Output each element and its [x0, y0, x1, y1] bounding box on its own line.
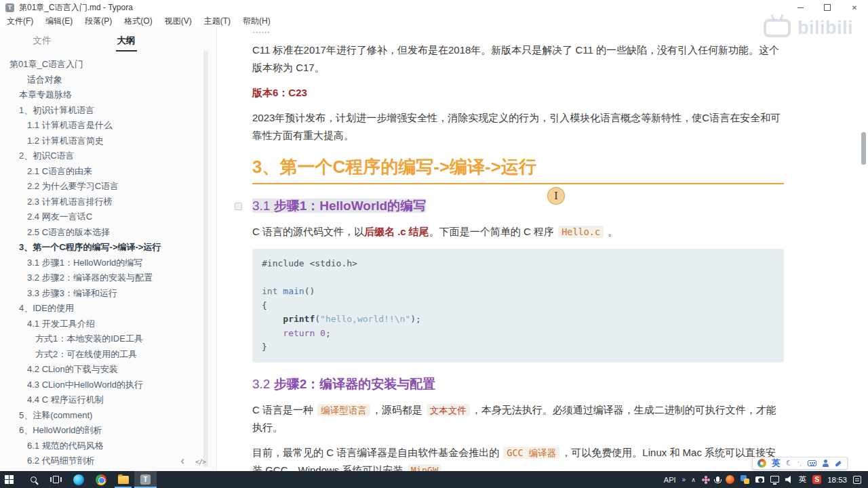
menu-item[interactable]: 文件(F)	[7, 16, 33, 27]
tab-outline[interactable]: 大纲	[84, 30, 168, 47]
inline-code[interactable]: 文本文件	[427, 404, 470, 416]
outline-item[interactable]: 1、初识计算机语言	[0, 103, 216, 119]
text-segment: 。	[443, 464, 456, 472]
inline-code[interactable]: MinGW	[408, 464, 442, 472]
code-token: main	[283, 286, 304, 296]
paragraph[interactable]: 2023年预计发布，计划进一步增强安全性，消除实现定义的行为，引入模块化语言概念…	[252, 109, 784, 144]
search-button[interactable]	[22, 471, 45, 488]
tray-microphone-icon[interactable]	[716, 476, 719, 482]
tray-chevrons-icon[interactable]: »	[682, 476, 686, 483]
paragraph[interactable]: C 语言的源代码文件，以后缀名 .c 结尾。下面是一个简单的 C 程序 Hell…	[252, 223, 784, 241]
outline-item[interactable]: 本章专题脉络	[0, 87, 216, 103]
outline-list: 第01章_C语言入门适合对象本章专题脉络1、初识计算机语言1.1 计算机语言是什…	[0, 50, 216, 469]
ime-moon-icon[interactable]: ☾	[786, 459, 793, 468]
chrome-button[interactable]	[90, 471, 112, 488]
windows-logo-icon	[5, 475, 9, 479]
paragraph[interactable]: 目前，最常见的 C 语言编译器是自由软件基金会推出的 GCC 编译器，可以免费使…	[252, 444, 784, 472]
tab-files[interactable]: 文件	[0, 30, 84, 47]
outline-item[interactable]: 3、第一个C程序的编写->编译->运行	[0, 240, 216, 256]
heading-2[interactable]: 3、第一个C程序的编写->编译->运行	[252, 155, 784, 184]
heading-text: 步骤2：编译器的安装与配置	[274, 377, 436, 391]
maximize-button[interactable]	[814, 0, 841, 15]
paragraph[interactable]: C11 标准在2017年进行了修补，但发布是在2018年。新版本只是解决了 C1…	[252, 41, 784, 77]
hidden-icons-arrow[interactable]: ∧	[691, 476, 696, 483]
menu-item[interactable]: 视图(V)	[165, 16, 192, 27]
paragraph[interactable]: 版本6：C23	[252, 84, 784, 102]
outline-item[interactable]: 4.1 开发工具介绍	[0, 317, 216, 332]
tray-camera-icon[interactable]	[755, 476, 764, 483]
outline-item[interactable]: 2.1 C语言的由来	[0, 164, 216, 180]
start-button[interactable]	[0, 471, 22, 488]
outline-item[interactable]: 1.1 计算机语言是什么	[0, 118, 216, 134]
outline-item[interactable]: 2、初识C语言	[0, 148, 216, 164]
outline-item[interactable]: 方式2：可在线使用的工具	[0, 347, 216, 363]
minimize-button[interactable]	[787, 0, 814, 15]
collapse-sidebar-icon[interactable]	[181, 455, 184, 467]
menu-item[interactable]: 帮助(H)	[243, 16, 271, 27]
notification-center-icon[interactable]	[853, 476, 861, 484]
inline-code[interactable]: 编译型语言	[317, 404, 370, 416]
tray-api-label[interactable]: API	[664, 476, 676, 484]
outline-item[interactable]: 4.4 C 程序运行机制	[0, 392, 216, 408]
editor-scrollbar[interactable]	[861, 132, 866, 165]
file-explorer-button[interactable]	[112, 471, 134, 488]
menu-item[interactable]: 格式(O)	[124, 16, 152, 27]
outline-item[interactable]: 6、HelloWorld的剖析	[0, 423, 216, 439]
outline-item[interactable]: 5、注释(comment)	[0, 408, 216, 424]
ime-settings-wrench-icon[interactable]	[835, 460, 842, 466]
editor-pane[interactable]: ⋯⋯ C11 标准在2017年进行了修补，但发布是在2018年。新版本只是解决了…	[217, 27, 868, 471]
outline-item[interactable]: 6.1 规范的代码风格	[0, 439, 216, 454]
menu-item[interactable]: 主题(T)	[204, 16, 231, 27]
clock[interactable]: 18:53	[827, 476, 847, 484]
tray-display-icon[interactable]	[770, 476, 779, 483]
close-button[interactable]	[841, 0, 868, 15]
text-segment: 目前，最常见的 C 语言编译器是自由软件基金会推出的	[252, 447, 502, 458]
sidebar-scrollbar[interactable]	[203, 51, 208, 467]
tray-orange-app-icon[interactable]	[726, 475, 734, 484]
inline-code[interactable]: GCC 编译器	[503, 447, 559, 459]
code-token	[262, 328, 283, 338]
source-code-mode-icon[interactable]	[195, 455, 205, 467]
task-view-button[interactable]	[45, 471, 67, 488]
outline-item[interactable]: 4.2 CLion的下载与安装	[0, 362, 216, 378]
outline-item[interactable]: 第01章_C语言入门	[0, 57, 216, 73]
outline-item[interactable]: 4.3 CLion中HelloWorld的执行	[0, 378, 216, 393]
sogou-ime-logo-icon[interactable]	[757, 459, 766, 468]
menu-item[interactable]: 段落(P)	[85, 16, 112, 27]
outline-item[interactable]: 4、IDE的使用	[0, 301, 216, 317]
outline-item[interactable]: 2.2 为什么要学习C语言	[0, 179, 216, 195]
outline-item[interactable]: 3.3 步骤3：编译和运行	[0, 286, 216, 302]
menu-item[interactable]: 编辑(E)	[45, 16, 73, 27]
window-controls	[787, 0, 868, 15]
ime-keyboard-icon[interactable]	[808, 460, 816, 466]
ime-language-toggle[interactable]: 英	[772, 458, 781, 469]
code-token: (	[315, 314, 320, 324]
tray-ime-language[interactable]: 英	[799, 474, 807, 485]
tray-volume-icon[interactable]	[785, 476, 793, 483]
tray-flower-icon[interactable]	[705, 479, 707, 481]
paragraph[interactable]: C 语言是一种 编译型语言，源码都是 文本文件，本身无法执行。必须通过编译器，生…	[252, 401, 784, 436]
outline-item[interactable]: 2.4 网友一言话C	[0, 209, 216, 225]
outline-item[interactable]: 1.2 计算机语言简史	[0, 134, 216, 149]
document[interactable]: ⋯⋯ C11 标准在2017年进行了修补，但发布是在2018年。新版本只是解决了…	[217, 27, 868, 471]
ime-account-icon[interactable]	[822, 460, 829, 467]
code-line: return 0;	[262, 327, 774, 341]
outline-item[interactable]: 适合对象	[0, 73, 216, 88]
heading-number: 3.1	[252, 199, 274, 213]
edge-button[interactable]	[67, 471, 90, 488]
outline-item[interactable]: 方式1：本地安装的IDE工具	[0, 331, 216, 347]
outline-item[interactable]: 3.1 步骤1：HelloWorld的编写	[0, 256, 216, 271]
heading-3[interactable]: 3.2 步骤2：编译器的安装与配置	[252, 375, 784, 394]
tray-blue-yellow-app-icon[interactable]	[741, 475, 749, 484]
ime-punctuation-icon[interactable]: ’,	[798, 460, 803, 467]
text-segment: 。下面是一个简单的 C 程序	[429, 226, 557, 237]
heading-3[interactable]: 3.1 步骤1：HelloWorld的编写	[252, 197, 784, 216]
outline-item[interactable]: 2.3 计算机语言排行榜	[0, 195, 216, 210]
code-token	[262, 314, 283, 324]
tray-sogou-icon[interactable]: S	[812, 475, 821, 484]
outline-item[interactable]: 3.2 步骤2：编译器的安装与配置	[0, 270, 216, 286]
code-block[interactable]: #include <stdio.h> int main(){ printf("h…	[252, 249, 784, 363]
outline-item[interactable]: 2.5 C语言的版本选择	[0, 225, 216, 241]
typora-taskbar-button[interactable]: T	[134, 471, 157, 488]
inline-code[interactable]: Hello.c	[558, 226, 604, 238]
